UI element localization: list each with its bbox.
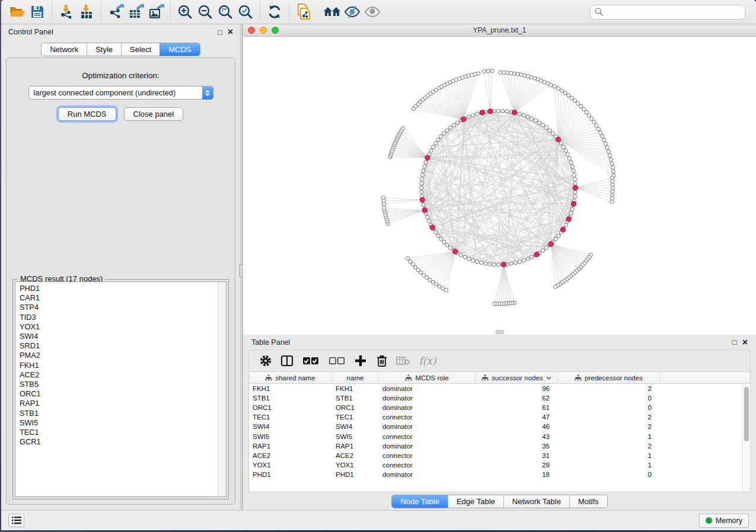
close-panel-button[interactable]: Close panel bbox=[124, 107, 184, 121]
close-window-icon[interactable] bbox=[248, 27, 255, 34]
tab-select[interactable]: Select bbox=[121, 43, 160, 56]
table-row[interactable]: STB1STB1dominator 620 bbox=[249, 393, 742, 403]
mcds-result-group: MCDS result (17 nodes) PHD1CAR1STP4TID3Y… bbox=[12, 279, 229, 499]
table-row[interactable]: SWI5SWI5connector 431 bbox=[249, 431, 742, 441]
task-history-button[interactable] bbox=[8, 514, 24, 527]
close-panel-icon[interactable]: × bbox=[228, 27, 233, 37]
main-toolbar bbox=[1, 0, 756, 24]
tab-network[interactable]: Network bbox=[42, 43, 87, 56]
export-table-button[interactable] bbox=[126, 2, 146, 21]
list-item[interactable]: PHD1 bbox=[20, 284, 226, 293]
float-table-panel-icon[interactable]: □ bbox=[732, 338, 737, 346]
mcds-result-list[interactable]: PHD1CAR1STP4TID3YOX1SWI4SRD1PMA2FKH1ACE2… bbox=[15, 281, 227, 497]
export-network-button[interactable] bbox=[106, 2, 126, 21]
column-header-successor-nodes[interactable]: successor nodes bbox=[476, 372, 558, 383]
open-file-button[interactable] bbox=[7, 2, 27, 21]
cytoscape-window: Control Panel □ × Network Style Select M… bbox=[1, 0, 756, 530]
list-item[interactable]: SRD1 bbox=[20, 341, 226, 351]
column-header-name[interactable]: name bbox=[332, 372, 379, 383]
control-panel: Control Panel □ × Network Style Select M… bbox=[1, 24, 240, 510]
list-item[interactable]: STP4 bbox=[20, 303, 226, 312]
maximize-window-icon[interactable] bbox=[272, 27, 279, 34]
close-table-panel-icon[interactable]: × bbox=[742, 338, 748, 347]
list-item[interactable]: STB5 bbox=[20, 380, 226, 389]
optimization-criterion-value: largest connected component (undirected) bbox=[29, 88, 202, 97]
list-item[interactable]: SWI4 bbox=[20, 332, 226, 341]
table-row[interactable]: ACE2ACE2connector 311 bbox=[249, 451, 742, 460]
search-field[interactable] bbox=[590, 5, 745, 20]
zoom-out-button[interactable] bbox=[195, 2, 215, 21]
zoom-fit-button[interactable] bbox=[215, 2, 235, 21]
tab-style[interactable]: Style bbox=[87, 43, 121, 56]
tab-motifs[interactable]: Motifs bbox=[569, 495, 607, 508]
list-item[interactable]: CAR1 bbox=[20, 293, 226, 303]
horizontal-splitter-handle[interactable] bbox=[496, 330, 504, 334]
delete-columns-button[interactable] bbox=[372, 352, 391, 369]
tab-edge-table[interactable]: Edge Table bbox=[448, 495, 503, 508]
import-network-button[interactable] bbox=[56, 2, 76, 21]
apply-layout-button[interactable] bbox=[264, 2, 285, 21]
float-panel-icon[interactable]: □ bbox=[218, 28, 222, 36]
run-mcds-button[interactable]: Run MCDS bbox=[58, 107, 116, 121]
delete-table-button[interactable] bbox=[394, 352, 413, 369]
export-network-icon bbox=[108, 4, 124, 20]
list-item[interactable]: SWI5 bbox=[20, 418, 226, 428]
select-all-columns-button[interactable] bbox=[299, 352, 323, 369]
new-network-from-selection-button[interactable] bbox=[294, 2, 314, 21]
table-row[interactable]: TEC1TEC1connector 472 bbox=[249, 412, 742, 422]
column-header-shared-name[interactable]: shared name bbox=[249, 372, 332, 383]
shared-column-icon bbox=[481, 374, 489, 381]
scrollbar-thumb[interactable] bbox=[744, 387, 749, 441]
network-canvas[interactable] bbox=[243, 37, 756, 335]
save-session-button[interactable] bbox=[27, 2, 47, 21]
tab-mcds[interactable]: MCDS bbox=[160, 43, 199, 56]
list-item[interactable]: FKH1 bbox=[20, 361, 226, 370]
create-column-button[interactable] bbox=[351, 352, 370, 369]
list-item[interactable]: STB1 bbox=[20, 409, 226, 418]
table-row[interactable]: SWI4SWI4dominator 462 bbox=[249, 422, 742, 431]
shared-column-icon bbox=[575, 374, 582, 381]
optimization-criterion-label: Optimization criterion: bbox=[7, 71, 235, 80]
memory-button[interactable]: Memory bbox=[699, 514, 749, 528]
export-image-button[interactable] bbox=[146, 2, 166, 21]
table-options-button[interactable] bbox=[256, 352, 275, 369]
function-builder-button[interactable]: f(x) bbox=[415, 352, 440, 369]
list-item[interactable]: YOX1 bbox=[20, 322, 226, 332]
hide-selected-button[interactable] bbox=[342, 2, 362, 21]
tab-network-table[interactable]: Network Table bbox=[503, 495, 569, 508]
zoom-selected-icon bbox=[238, 4, 253, 20]
tab-node-table[interactable]: Node Table bbox=[392, 495, 448, 508]
list-item[interactable]: PMA2 bbox=[20, 351, 226, 360]
optimization-criterion-select[interactable]: largest connected component (undirected) bbox=[28, 86, 213, 100]
list-item[interactable]: TID3 bbox=[20, 313, 226, 322]
table-row[interactable]: YOX1YOX1connector 291 bbox=[249, 460, 742, 470]
table-panel-header: Table Panel □ × bbox=[243, 335, 756, 350]
list-item[interactable]: ACE2 bbox=[20, 370, 226, 380]
unselect-all-columns-button[interactable] bbox=[325, 352, 349, 369]
table-row[interactable]: RAP1RAP1dominator 352 bbox=[249, 441, 742, 451]
zoom-in-button[interactable] bbox=[175, 2, 195, 21]
column-header-predecessor-nodes[interactable]: predecessor nodes bbox=[558, 372, 660, 383]
first-neighbors-button[interactable] bbox=[322, 2, 342, 21]
trash-icon bbox=[377, 355, 387, 367]
column-header-mcds-role[interactable]: MCDS role bbox=[379, 372, 476, 383]
minimize-window-icon[interactable] bbox=[260, 27, 267, 34]
show-column-button[interactable] bbox=[277, 352, 296, 369]
table-row[interactable]: PHD1PHD1dominator 180 bbox=[249, 470, 742, 479]
list-item[interactable]: GCR1 bbox=[20, 437, 226, 447]
list-icon bbox=[12, 517, 21, 524]
list-item[interactable]: TEC1 bbox=[20, 428, 226, 437]
shared-column-icon bbox=[405, 374, 412, 381]
search-input[interactable] bbox=[606, 8, 741, 16]
checked-boxes-icon bbox=[302, 357, 319, 365]
table-scrollbar[interactable] bbox=[742, 384, 750, 492]
table-row[interactable]: ORC1ORC1dominator 610 bbox=[249, 403, 742, 412]
show-all-button[interactable] bbox=[362, 2, 382, 21]
list-item[interactable]: ORC1 bbox=[20, 389, 226, 399]
table-row[interactable]: FKH1FKH1dominator 962 bbox=[249, 384, 742, 393]
list-item[interactable]: RAP1 bbox=[20, 399, 226, 408]
column-label: successor nodes bbox=[492, 374, 543, 382]
network-graph[interactable] bbox=[243, 37, 756, 335]
import-table-button[interactable] bbox=[76, 2, 97, 21]
zoom-selected-button[interactable] bbox=[235, 2, 256, 21]
